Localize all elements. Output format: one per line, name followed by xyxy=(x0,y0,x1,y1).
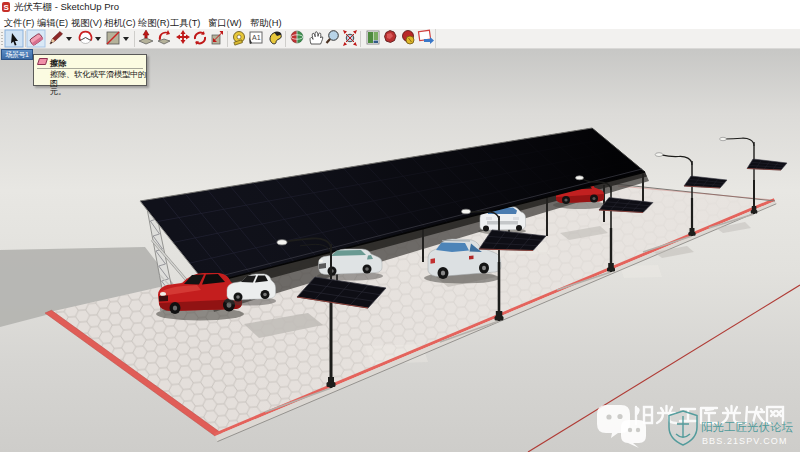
svg-text:BBS.21SPV.COM: BBS.21SPV.COM xyxy=(702,436,788,446)
svg-text:阳光工匠光伏论坛: 阳光工匠光伏论坛 xyxy=(701,421,794,433)
svg-text:A1: A1 xyxy=(252,34,261,41)
